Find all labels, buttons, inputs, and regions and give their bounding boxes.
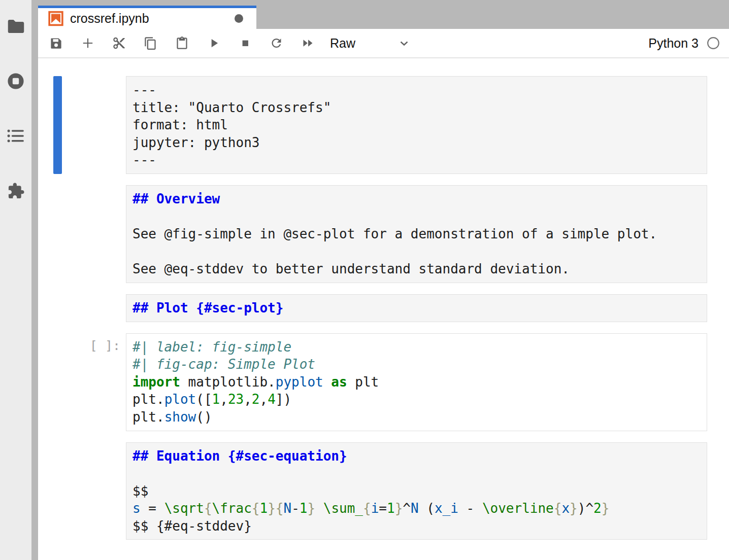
kernel-indicator[interactable]: Python 3 <box>648 36 720 51</box>
kernel-idle-circle-icon <box>707 37 720 50</box>
paste-icon <box>175 37 189 50</box>
sidebar-item-extension-manager[interactable] <box>6 182 25 200</box>
cut-cells-button[interactable] <box>112 37 126 50</box>
main-panel: crossref.ipynb <box>38 0 729 560</box>
unsaved-indicator-icon[interactable] <box>235 14 243 23</box>
cell-editor[interactable]: ## Plot {#sec-plot} <box>126 294 707 322</box>
cell-gutter: [ ]: <box>38 333 126 431</box>
copy-icon <box>144 37 157 50</box>
notebook-icon <box>48 11 63 26</box>
sidebar-item-running-sessions[interactable] <box>6 72 25 90</box>
folder-icon <box>7 19 25 34</box>
cell-editor[interactable]: #| label: fig-simple#| fig-cap: Simple P… <box>126 333 707 431</box>
copy-cells-button[interactable] <box>144 37 157 50</box>
notebook-cells: ---title: "Quarto Crossrefs"format: html… <box>38 58 729 540</box>
plus-icon <box>81 37 94 50</box>
cell-type-value: Raw <box>330 36 355 51</box>
cell-gutter <box>38 294 126 322</box>
save-button[interactable] <box>49 37 63 50</box>
chevron-down-icon <box>398 37 410 49</box>
run-icon <box>207 37 220 50</box>
cell-gutter <box>38 185 126 283</box>
list-icon <box>7 128 24 144</box>
notebook-cell-raw[interactable]: ---title: "Quarto Crossrefs"format: html… <box>38 76 729 174</box>
notebook-cell-markdown[interactable]: ## Equation {#sec-equation} $$s = \sqrt{… <box>38 442 729 540</box>
activity-sidebar <box>0 0 31 560</box>
restart-run-all-button[interactable] <box>301 37 315 50</box>
cell-editor[interactable]: ## Equation {#sec-equation} $$s = \sqrt{… <box>126 442 707 540</box>
stop-circle-icon <box>7 73 24 90</box>
tab-title: crossref.ipynb <box>70 11 149 26</box>
cut-icon <box>112 36 126 50</box>
sidebar-item-file-browser[interactable] <box>6 17 25 36</box>
kernel-name: Python 3 <box>648 36 699 51</box>
notebook-cell-markdown[interactable]: ## Plot {#sec-plot} <box>38 294 729 322</box>
fast-forward-icon <box>301 36 315 50</box>
stop-icon <box>239 37 252 50</box>
cell-type-dropdown[interactable]: Raw <box>330 36 410 51</box>
notebook-toolbar: Raw Python 3 <box>38 29 729 58</box>
cell-prompt: [ ]: <box>90 338 120 353</box>
cell-collapser[interactable] <box>53 76 62 174</box>
sidebar-item-table-of-contents[interactable] <box>6 127 25 145</box>
cell-gutter <box>38 442 126 540</box>
insert-cell-button[interactable] <box>81 37 94 50</box>
notebook-cell-markdown[interactable]: ## Overview See @fig-simple in @sec-plot… <box>38 185 729 283</box>
save-icon <box>49 37 63 50</box>
interrupt-kernel-button[interactable] <box>238 37 252 50</box>
tab-crossref-ipynb[interactable]: crossref.ipynb <box>38 6 256 29</box>
restart-icon <box>270 36 283 50</box>
paste-cells-button[interactable] <box>175 37 189 50</box>
cell-editor[interactable]: ---title: "Quarto Crossrefs"format: html… <box>126 76 707 174</box>
toolbar-button-group <box>49 37 315 50</box>
puzzle-icon <box>7 182 25 200</box>
cell-gutter <box>38 76 126 174</box>
cell-editor[interactable]: ## Overview See @fig-simple in @sec-plot… <box>126 185 707 283</box>
panel-divider <box>31 0 38 560</box>
tab-bar: crossref.ipynb <box>38 0 729 29</box>
run-cell-button[interactable] <box>207 37 220 50</box>
restart-kernel-button[interactable] <box>270 37 283 50</box>
notebook-cell-code[interactable]: [ ]:#| label: fig-simple#| fig-cap: Simp… <box>38 333 729 431</box>
